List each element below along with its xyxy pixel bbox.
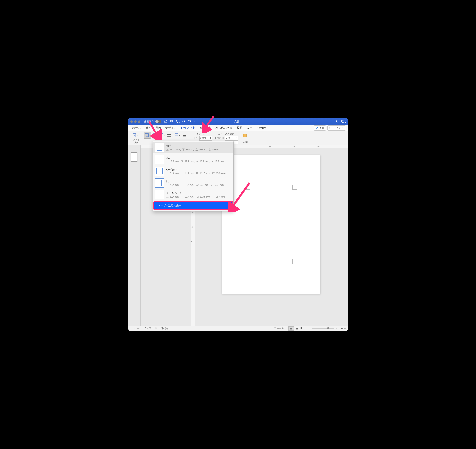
indent-left-input[interactable]: 0 mm▲▼ bbox=[199, 136, 212, 140]
margin-mark-tr bbox=[292, 185, 297, 189]
margin-narrow-icon bbox=[155, 155, 164, 164]
page-count[interactable]: 1/1 ページ bbox=[130, 327, 142, 330]
tab-references[interactable]: 参照設定 bbox=[198, 125, 213, 131]
statusbar: 1/1 ページ 0 文字 📖 日本語 ▭ フォーカス ▤ ▦ ☰ ≡ − + 1… bbox=[128, 326, 348, 331]
text-direction-group: A▾ テキスト の方向 bbox=[130, 132, 141, 144]
focus-label[interactable]: フォーカス bbox=[274, 327, 286, 330]
svg-point-0 bbox=[334, 120, 337, 122]
margin-option-wide[interactable]: 広い 上: 25.4 mm、下: 25.4 mm、左: 50.8 mm、右: 5… bbox=[153, 177, 233, 189]
ribbon-tabs: ホーム 挿入 描画 デザイン レイアウト 参照設定 差し込み文書 校閲 表示 A… bbox=[128, 125, 348, 131]
margin-moderate-icon bbox=[155, 167, 164, 176]
space-before-icon: ‡ bbox=[215, 137, 216, 139]
word-window: 自動保存 オフ ▾ ▾ 文書 1 ▾ ホーム 挿入 描画 デザイン レイアウト … bbox=[128, 118, 348, 331]
arrange-group: ▾ 整列 bbox=[241, 132, 250, 144]
margin-option-custom[interactable]: ユーザー設定の余白... bbox=[154, 202, 232, 209]
svg-text:3: 3 bbox=[182, 136, 182, 137]
document-title: 文書 1 bbox=[234, 120, 242, 124]
search-icon[interactable] bbox=[334, 119, 338, 124]
focus-icon[interactable]: ▭ bbox=[270, 327, 272, 330]
zoom-dot[interactable] bbox=[138, 120, 140, 123]
indent-left-icon: →| bbox=[192, 137, 195, 139]
zoom-slider[interactable] bbox=[312, 328, 334, 329]
svg-rect-15 bbox=[243, 134, 246, 137]
margin-option-mirrored[interactable]: 見開きページ 上: 25.4 mm、下: 25.4 mm、左: 31.75 mm… bbox=[153, 189, 233, 201]
columns-button[interactable]: ▾ bbox=[166, 132, 173, 139]
tab-insert[interactable]: 挿入 bbox=[143, 125, 153, 131]
margin-option-normal[interactable]: 標準 上: 35.01 mm、下: 30 mm、左: 30 mm、右: 30 m… bbox=[153, 142, 233, 153]
tab-home[interactable]: ホーム bbox=[130, 125, 142, 131]
navigation-pane[interactable] bbox=[128, 145, 141, 326]
qat-more-icon[interactable]: ▾ bbox=[194, 121, 194, 122]
align-label: 整列 bbox=[243, 142, 248, 144]
custom-margins-highlight: ユーザー設定の余白... bbox=[153, 201, 233, 210]
svg-rect-8 bbox=[153, 133, 156, 136]
margin-option-moderate[interactable]: やや狭い 上: 25.4 mm、下: 25.4 mm、左: 19.05 mm、右… bbox=[153, 165, 233, 177]
orientation-button[interactable]: ▾ bbox=[151, 132, 158, 139]
save-icon[interactable] bbox=[170, 119, 173, 124]
tab-mailings[interactable]: 差し込み文書 bbox=[214, 125, 234, 131]
margin-mark-bl bbox=[246, 259, 250, 264]
view-web-icon[interactable]: ▦ bbox=[296, 327, 298, 330]
page-thumbnail[interactable] bbox=[131, 152, 137, 162]
svg-rect-11 bbox=[175, 136, 178, 137]
comment-button[interactable]: 💬コメント bbox=[327, 125, 346, 131]
svg-rect-10 bbox=[175, 133, 178, 135]
margin-wide-icon bbox=[155, 178, 164, 188]
align-button[interactable]: ▾ bbox=[242, 132, 249, 139]
indent-left-label: 左: bbox=[196, 136, 199, 139]
undo-icon[interactable]: ▾ bbox=[175, 119, 180, 124]
titlebar: 自動保存 オフ ▾ ▾ 文書 1 ▾ bbox=[128, 118, 348, 125]
language[interactable]: 日本語 bbox=[161, 327, 168, 330]
breaks-button[interactable]: ▾ bbox=[174, 132, 181, 139]
view-draft-icon[interactable]: ≡ bbox=[305, 327, 306, 330]
line-numbers-button[interactable]: 123▾ bbox=[181, 132, 188, 139]
window-controls[interactable] bbox=[130, 120, 140, 123]
text-cursor bbox=[248, 189, 249, 192]
svg-point-2 bbox=[342, 120, 343, 121]
margins-dropdown: 標準 上: 35.01 mm、下: 30 mm、左: 30 mm、右: 30 m… bbox=[153, 141, 234, 211]
share-button[interactable]: ↗共有 bbox=[314, 125, 326, 131]
svg-text:A: A bbox=[134, 134, 135, 136]
indent-header: インデント bbox=[192, 132, 212, 136]
quick-access-toolbar: ▾ ▾ bbox=[164, 119, 194, 124]
margin-option-narrow[interactable]: 狭い 上: 12.7 mm、下: 12.7 mm、左: 12.7 mm、右: 1… bbox=[153, 153, 233, 165]
space-before-input[interactable]: 0 行▲▼ bbox=[225, 136, 238, 140]
margin-normal-icon bbox=[155, 143, 164, 152]
tab-acrobat[interactable]: Acrobat bbox=[255, 125, 268, 131]
close-dot[interactable] bbox=[130, 120, 133, 123]
zoom-out-icon[interactable]: − bbox=[308, 327, 309, 330]
svg-rect-6 bbox=[146, 134, 148, 137]
user-icon[interactable]: ▾ bbox=[341, 119, 346, 124]
zoom-level[interactable]: 154% bbox=[340, 327, 346, 330]
size-button[interactable]: ▾ bbox=[159, 132, 166, 139]
home-icon[interactable] bbox=[164, 119, 167, 124]
redo-icon[interactable] bbox=[182, 119, 186, 124]
page[interactable] bbox=[222, 155, 320, 294]
spellcheck-icon[interactable]: 📖 bbox=[154, 327, 158, 330]
svg-rect-9 bbox=[160, 133, 163, 137]
text-direction-label: テキスト の方向 bbox=[131, 139, 140, 144]
spacing-header: スペースの設定 bbox=[215, 132, 238, 136]
autosave-toggle[interactable]: 自動保存 オフ bbox=[144, 120, 161, 123]
autosave-switch[interactable]: オフ bbox=[155, 120, 161, 123]
view-outline-icon[interactable]: ☰ bbox=[300, 327, 302, 330]
tab-layout[interactable]: レイアウト bbox=[179, 125, 197, 131]
text-direction-button[interactable]: A▾ bbox=[132, 132, 139, 139]
tab-draw[interactable]: 描画 bbox=[153, 125, 163, 131]
tab-design[interactable]: デザイン bbox=[164, 125, 178, 131]
minimize-dot[interactable] bbox=[134, 120, 136, 123]
tab-review[interactable]: 校閲 bbox=[235, 125, 244, 131]
margins-button[interactable]: ▾ bbox=[144, 132, 151, 139]
tab-view[interactable]: 表示 bbox=[245, 125, 254, 131]
zoom-in-icon[interactable]: + bbox=[336, 327, 337, 330]
margin-mirrored-icon bbox=[155, 190, 164, 199]
sync-icon[interactable] bbox=[188, 119, 191, 124]
space-before-label: 段落前: bbox=[217, 136, 224, 139]
margin-mark-br bbox=[292, 259, 297, 264]
view-print-icon[interactable]: ▤ bbox=[289, 326, 294, 330]
word-count[interactable]: 0 文字 bbox=[145, 327, 152, 330]
margin-mark-tl bbox=[246, 185, 250, 189]
autosave-label: 自動保存 bbox=[144, 120, 154, 123]
